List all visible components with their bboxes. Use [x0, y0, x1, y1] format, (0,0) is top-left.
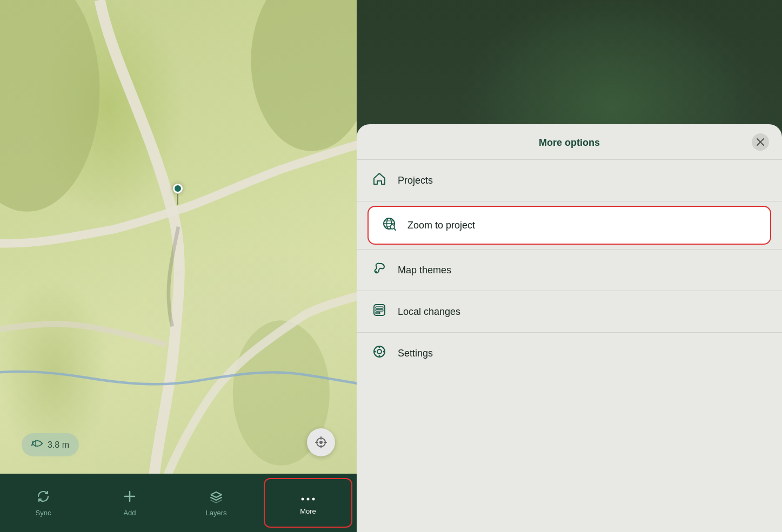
zoom-to-project-label: Zoom to project	[407, 220, 475, 231]
divider-1	[357, 201, 782, 201]
menu-item-zoom-to-project[interactable]: Zoom to project	[367, 206, 771, 245]
distance-text: 3.8 m	[48, 440, 69, 450]
nav-item-sync[interactable]: Sync	[0, 474, 86, 532]
svg-point-6	[319, 441, 323, 444]
brush-icon	[372, 261, 387, 279]
svg-point-33	[379, 355, 380, 357]
menu-item-projects[interactable]: Projects	[357, 160, 782, 201]
svg-point-25	[375, 271, 377, 273]
svg-point-32	[379, 347, 380, 348]
projects-label: Projects	[398, 175, 433, 186]
menu-item-local-changes[interactable]: Local changes	[357, 291, 782, 332]
distance-badge: 3.8 m	[22, 433, 79, 456]
right-panel: More options Projects	[357, 0, 782, 532]
local-changes-icon	[372, 303, 387, 320]
globe-zoom-icon	[382, 217, 397, 234]
more-icon	[301, 491, 315, 504]
settings-icon	[372, 345, 387, 362]
map-panel: 3.8 m Sync	[0, 0, 357, 532]
svg-point-31	[377, 349, 382, 354]
add-icon	[123, 489, 137, 506]
modal-header: More options	[357, 124, 782, 159]
home-icon	[372, 172, 387, 189]
svg-point-15	[312, 497, 315, 500]
modal-sheet: More options Projects	[357, 124, 782, 532]
local-changes-label: Local changes	[398, 306, 460, 318]
svg-point-1	[251, 0, 357, 151]
nav-item-more[interactable]: More	[264, 478, 352, 528]
sync-label: Sync	[36, 509, 51, 517]
modal-title: More options	[539, 137, 600, 149]
svg-rect-27	[376, 307, 383, 308]
svg-line-24	[394, 228, 396, 230]
menu-item-settings[interactable]: Settings	[357, 333, 782, 374]
bottom-nav: Sync Add Layers	[0, 474, 357, 532]
svg-point-13	[302, 497, 304, 500]
svg-point-14	[307, 497, 310, 500]
sync-icon	[36, 489, 50, 506]
svg-point-0	[0, 0, 99, 212]
svg-point-34	[375, 351, 376, 353]
svg-rect-29	[376, 312, 380, 314]
svg-rect-28	[376, 309, 383, 311]
layers-label: Layers	[205, 509, 226, 517]
nav-item-add[interactable]: Add	[86, 474, 173, 532]
modal-close-button[interactable]	[752, 133, 769, 151]
location-button[interactable]	[307, 428, 335, 456]
svg-line-3	[32, 441, 33, 446]
distance-icon	[31, 439, 43, 451]
gps-marker	[173, 184, 183, 193]
layers-icon	[209, 489, 223, 506]
menu-item-map-themes[interactable]: Map themes	[357, 250, 782, 291]
add-label: Add	[123, 509, 136, 517]
svg-point-35	[383, 351, 385, 353]
more-label: More	[300, 507, 316, 515]
settings-label: Settings	[398, 348, 433, 359]
map-themes-label: Map themes	[398, 265, 451, 276]
nav-item-layers[interactable]: Layers	[173, 474, 259, 532]
